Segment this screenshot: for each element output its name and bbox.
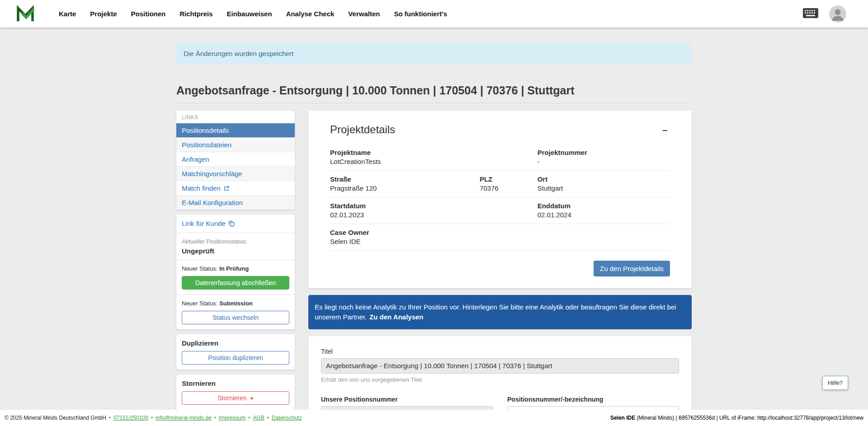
alert-message: Die Änderungen wurden gespeichert (184, 50, 294, 57)
our-position-number-label: Unsere Positionsnummer (321, 396, 493, 403)
footer-link-email[interactable]: info@mineral-minds.de (156, 415, 212, 421)
help-button[interactable]: Hilfe? (822, 376, 848, 390)
nav-item-richtpreis[interactable]: Richtpreis (179, 10, 212, 18)
footer-session-details: (Mineral Minds) | 69576255536d | URL of … (635, 415, 863, 421)
collapse-icon[interactable]: – (660, 123, 670, 136)
titel-label: Titel (321, 348, 679, 355)
mineral-minds-logo-icon[interactable] (15, 4, 35, 24)
page-title: Angebotsanfrage - Entsorgung | 10.000 To… (176, 84, 692, 97)
page-body: Die Änderungen wurden gespeichert Angebo… (0, 42, 868, 426)
field-projektname: Projektname LotCreationTests (330, 149, 480, 165)
nav-item-verwalten[interactable]: Verwalten (348, 10, 380, 18)
sidebar-item-matchingvorschlaege[interactable]: Matchingvorschläge (176, 166, 295, 181)
sidebar-item-positionsdateien[interactable]: Positionsdateien (176, 137, 295, 152)
change-status-button[interactable]: Status wechseln (182, 311, 289, 324)
field-enddatum: Enddatum 02.01.2024 (538, 202, 670, 219)
copyright-text: © 2025 Mineral Minds Deutschland GmbH (5, 415, 106, 421)
new-status-value: In Prüfung (219, 265, 249, 272)
field-plz: PLZ 70376 (480, 175, 538, 192)
sidebar-item-email-konfiguration[interactable]: E-Mail Konfiguration (176, 195, 295, 210)
field-case-owner: Case Owner Selen IDE (330, 229, 480, 245)
footer-session-info: Selen IDE (Mineral Minds) | 69576255536d… (610, 415, 863, 421)
new-status-line: Neuer Status: Submission (182, 300, 289, 307)
duplicate-card: Duplizieren Position duplizieren (176, 334, 295, 370)
project-field-row: Projektname LotCreationTests Projektnumm… (330, 144, 670, 171)
customer-link-label: Link für Kunde (182, 220, 226, 227)
nav-item-einbauweisen[interactable]: Einbauweisen (227, 10, 272, 18)
project-field-row: Startdatum 02.01.2023 Enddatum 02.01.202… (330, 197, 670, 224)
user-avatar[interactable] (829, 5, 846, 23)
new-status-line: Neuer Status: In Prüfung (182, 265, 289, 272)
nav-item-so-funktionierts[interactable]: So funktioniert's (394, 10, 447, 18)
duplicate-position-button[interactable]: Position duplizieren (182, 351, 289, 365)
footer: © 2025 Mineral Minds Deutschland GmbH • … (0, 410, 868, 426)
footer-separator: • (214, 415, 216, 421)
top-navigation: Karte Projekte Positionen Richtpreis Ein… (0, 0, 868, 28)
current-status-value: Ungeprüft (182, 247, 289, 255)
footer-separator: • (248, 415, 250, 421)
external-link-icon (224, 186, 229, 191)
cancel-button-label: Stornieren (217, 394, 247, 402)
customer-link[interactable]: Link für Kunde (182, 220, 235, 227)
field-projektnummer: Projektnummer - (538, 149, 670, 165)
status-card: Link für Kunde Aktueller Positionsstatus (176, 215, 295, 329)
main-content: Projektdetails – Projektname LotCreation… (308, 111, 692, 426)
keyboard-icon[interactable] (803, 8, 818, 20)
nav-item-analyse-check[interactable]: Analyse Check (286, 10, 335, 18)
sidebar-item-label: Match finden (182, 184, 221, 192)
sidebar: LINKS Positionsdetails Positionsdateien … (176, 111, 295, 410)
titel-input (321, 358, 679, 374)
complete-data-entry-button[interactable]: Datenerfassung abschließen (182, 276, 289, 290)
project-field-row: Straße Pragstraße 120 PLZ 70376 Ort Stut… (330, 171, 670, 197)
new-status-label: Neuer Status: (182, 265, 218, 272)
sidebar-links-card: LINKS Positionsdetails Positionsdateien … (176, 111, 295, 210)
sidebar-item-positionsdetails[interactable]: Positionsdetails (176, 123, 295, 137)
footer-left: © 2025 Mineral Minds Deutschland GmbH • … (5, 415, 302, 421)
nav-item-positionen[interactable]: Positionen (131, 10, 166, 18)
field-startdatum: Startdatum 02.01.2023 (330, 202, 480, 219)
main-nav: Karte Projekte Positionen Richtpreis Ein… (59, 10, 447, 18)
cancel-card: Stornieren Stornieren (176, 375, 295, 410)
go-to-project-details-button[interactable]: Zu den Projektdetails (594, 261, 670, 276)
success-alert: Die Änderungen wurden gespeichert (176, 42, 692, 65)
cancel-title: Stornieren (182, 379, 289, 387)
nav-item-projekte[interactable]: Projekte (90, 10, 117, 18)
footer-separator: • (109, 415, 111, 421)
titel-help-text: Erhält den von uns vorgegebenen Titel. (321, 376, 679, 383)
analytics-banner-text: Es liegt noch keine Analytik zu Ihrer Po… (315, 303, 676, 321)
footer-separator: • (267, 415, 269, 421)
field-ort: Ort Stuttgart (538, 175, 670, 192)
project-details-card: Projektdetails – Projektname LotCreation… (308, 111, 692, 288)
new-status-value: Submission (219, 300, 253, 307)
project-fields: Projektname LotCreationTests Projektnumm… (330, 144, 670, 251)
project-details-title: Projektdetails (330, 123, 395, 136)
project-field-row: Case Owner Selen IDE (330, 224, 670, 251)
footer-link-phone[interactable]: 07151/250100 (113, 415, 148, 421)
duplicate-title: Duplizieren (182, 339, 289, 347)
current-status-label: Aktueller Positionsstatus: (182, 238, 289, 245)
nav-item-karte[interactable]: Karte (59, 10, 76, 18)
field-strasse: Straße Pragstraße 120 (330, 175, 480, 192)
cancel-dropdown-button[interactable]: Stornieren (182, 391, 289, 405)
analytics-banner: Es liegt noch keine Analytik zu Ihrer Po… (308, 295, 692, 329)
footer-link-agb[interactable]: AGB (253, 415, 264, 421)
caret-down-icon (250, 398, 254, 400)
sidebar-item-anfragen[interactable]: Anfragen (176, 152, 295, 166)
new-status-label: Neuer Status: (182, 300, 218, 307)
footer-user-name: Selen IDE (610, 415, 635, 421)
footer-link-impressum[interactable]: Impressum (219, 415, 245, 421)
links-header: LINKS (176, 111, 295, 123)
title-divider (176, 103, 692, 103)
copy-icon (228, 220, 235, 227)
footer-separator: • (151, 415, 153, 421)
nav-right-icons (803, 5, 853, 23)
go-to-analyses-link[interactable]: Zu den Analysen (369, 313, 423, 321)
sidebar-item-match-finden[interactable]: Match finden (176, 181, 295, 195)
position-number-label: Positionsnummer/-bezeichnung (507, 396, 679, 403)
footer-link-datenschutz[interactable]: Datenschutz (272, 415, 302, 421)
